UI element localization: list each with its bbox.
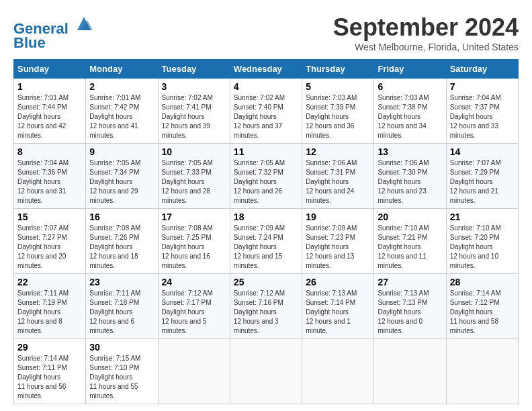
day-info: Sunrise: 7:14 AMSunset: 7:11 PMDaylight …	[17, 354, 82, 401]
day-number: 22	[17, 277, 82, 287]
day-number: 2	[89, 81, 154, 92]
table-row: 21Sunrise: 7:10 AMSunset: 7:20 PMDayligh…	[446, 209, 518, 274]
day-info: Sunrise: 7:02 AMSunset: 7:41 PMDaylight …	[162, 93, 226, 140]
table-row: 28Sunrise: 7:14 AMSunset: 7:12 PMDayligh…	[446, 274, 518, 339]
table-row: 22Sunrise: 7:11 AMSunset: 7:19 PMDayligh…	[14, 274, 86, 339]
day-number: 15	[17, 212, 82, 222]
day-number: 6	[378, 81, 442, 92]
day-info: Sunrise: 7:14 AMSunset: 7:12 PMDaylight …	[450, 289, 515, 336]
table-row: 4Sunrise: 7:02 AMSunset: 7:40 PMDaylight…	[230, 79, 302, 144]
day-info: Sunrise: 7:03 AMSunset: 7:39 PMDaylight …	[306, 93, 370, 140]
calendar-table: SundayMondayTuesdayWednesdayThursdayFrid…	[13, 59, 519, 404]
day-info: Sunrise: 7:05 AMSunset: 7:33 PMDaylight …	[162, 158, 226, 205]
day-header-sunday: Sunday	[14, 60, 86, 79]
day-number: 4	[234, 81, 298, 92]
day-info: Sunrise: 7:06 AMSunset: 7:30 PMDaylight …	[378, 158, 442, 205]
day-number: 16	[89, 212, 154, 222]
table-row: 13Sunrise: 7:06 AMSunset: 7:30 PMDayligh…	[374, 144, 446, 209]
day-number: 7	[450, 81, 515, 92]
table-row: 27Sunrise: 7:13 AMSunset: 7:13 PMDayligh…	[374, 274, 446, 339]
day-info: Sunrise: 7:08 AMSunset: 7:26 PMDaylight …	[89, 224, 154, 271]
table-row	[374, 339, 446, 404]
day-info: Sunrise: 7:13 AMSunset: 7:13 PMDaylight …	[378, 289, 442, 336]
table-row	[158, 339, 230, 404]
day-info: Sunrise: 7:03 AMSunset: 7:38 PMDaylight …	[378, 93, 442, 140]
table-row: 16Sunrise: 7:08 AMSunset: 7:26 PMDayligh…	[86, 209, 158, 274]
day-info: Sunrise: 7:09 AMSunset: 7:23 PMDaylight …	[306, 224, 370, 271]
day-info: Sunrise: 7:11 AMSunset: 7:19 PMDaylight …	[17, 289, 82, 336]
day-header-wednesday: Wednesday	[230, 60, 302, 79]
day-number: 11	[234, 146, 298, 157]
day-info: Sunrise: 7:10 AMSunset: 7:21 PMDaylight …	[378, 224, 442, 271]
day-number: 17	[162, 212, 226, 222]
location: West Melbourne, Florida, United States	[333, 42, 519, 52]
table-row: 18Sunrise: 7:09 AMSunset: 7:24 PMDayligh…	[230, 209, 302, 274]
day-header-tuesday: Tuesday	[158, 60, 230, 79]
logo-icon	[74, 13, 94, 34]
table-row: 15Sunrise: 7:07 AMSunset: 7:27 PMDayligh…	[14, 209, 86, 274]
day-info: Sunrise: 7:01 AMSunset: 7:42 PMDaylight …	[89, 93, 154, 140]
table-row: 10Sunrise: 7:05 AMSunset: 7:33 PMDayligh…	[158, 144, 230, 209]
page-header: General Blue September 2024 West Melbour…	[13, 13, 519, 52]
table-row: 12Sunrise: 7:06 AMSunset: 7:31 PMDayligh…	[302, 144, 374, 209]
day-number: 13	[378, 146, 442, 157]
day-info: Sunrise: 7:12 AMSunset: 7:17 PMDaylight …	[162, 289, 226, 336]
day-info: Sunrise: 7:04 AMSunset: 7:36 PMDaylight …	[17, 158, 82, 205]
table-row: 11Sunrise: 7:05 AMSunset: 7:32 PMDayligh…	[230, 144, 302, 209]
table-row: 25Sunrise: 7:12 AMSunset: 7:16 PMDayligh…	[230, 274, 302, 339]
day-number: 12	[306, 146, 370, 157]
day-info: Sunrise: 7:09 AMSunset: 7:24 PMDaylight …	[234, 224, 298, 271]
day-info: Sunrise: 7:01 AMSunset: 7:44 PMDaylight …	[17, 93, 82, 140]
day-number: 1	[17, 81, 82, 92]
table-row: 24Sunrise: 7:12 AMSunset: 7:17 PMDayligh…	[158, 274, 230, 339]
day-number: 3	[162, 81, 226, 92]
day-number: 10	[162, 146, 226, 157]
table-row: 17Sunrise: 7:08 AMSunset: 7:25 PMDayligh…	[158, 209, 230, 274]
table-row: 2Sunrise: 7:01 AMSunset: 7:42 PMDaylight…	[86, 79, 158, 144]
table-row: 14Sunrise: 7:07 AMSunset: 7:29 PMDayligh…	[446, 144, 518, 209]
day-number: 8	[17, 146, 82, 157]
day-number: 21	[450, 212, 515, 222]
day-info: Sunrise: 7:11 AMSunset: 7:18 PMDaylight …	[89, 289, 154, 336]
day-number: 30	[89, 342, 154, 353]
day-header-friday: Friday	[374, 60, 446, 79]
day-number: 26	[306, 277, 370, 287]
day-info: Sunrise: 7:04 AMSunset: 7:37 PMDaylight …	[450, 93, 515, 140]
day-info: Sunrise: 7:02 AMSunset: 7:40 PMDaylight …	[234, 93, 298, 140]
logo-text: General	[13, 13, 94, 37]
day-number: 25	[234, 277, 298, 287]
day-header-thursday: Thursday	[302, 60, 374, 79]
day-info: Sunrise: 7:07 AMSunset: 7:27 PMDaylight …	[17, 224, 82, 271]
day-number: 28	[450, 277, 515, 287]
day-info: Sunrise: 7:05 AMSunset: 7:32 PMDaylight …	[234, 158, 298, 205]
day-number: 9	[89, 146, 154, 157]
table-row: 7Sunrise: 7:04 AMSunset: 7:37 PMDaylight…	[446, 79, 518, 144]
day-info: Sunrise: 7:07 AMSunset: 7:29 PMDaylight …	[450, 158, 515, 205]
day-header-saturday: Saturday	[446, 60, 518, 79]
table-row: 26Sunrise: 7:13 AMSunset: 7:14 PMDayligh…	[302, 274, 374, 339]
table-row	[446, 339, 518, 404]
day-info: Sunrise: 7:10 AMSunset: 7:20 PMDaylight …	[450, 224, 515, 271]
month-title: September 2024	[333, 13, 519, 42]
table-row: 1Sunrise: 7:01 AMSunset: 7:44 PMDaylight…	[14, 79, 86, 144]
table-row: 9Sunrise: 7:05 AMSunset: 7:34 PMDaylight…	[86, 144, 158, 209]
table-row: 29Sunrise: 7:14 AMSunset: 7:11 PMDayligh…	[14, 339, 86, 404]
day-info: Sunrise: 7:13 AMSunset: 7:14 PMDaylight …	[306, 289, 370, 336]
table-row: 3Sunrise: 7:02 AMSunset: 7:41 PMDaylight…	[158, 79, 230, 144]
logo: General Blue	[13, 13, 94, 52]
table-row: 8Sunrise: 7:04 AMSunset: 7:36 PMDaylight…	[14, 144, 86, 209]
day-number: 23	[89, 277, 154, 287]
calendar-header: SundayMondayTuesdayWednesdayThursdayFrid…	[14, 60, 519, 79]
day-number: 20	[378, 212, 442, 222]
day-number: 29	[17, 342, 82, 353]
day-info: Sunrise: 7:15 AMSunset: 7:10 PMDaylight …	[89, 354, 154, 401]
table-row: 5Sunrise: 7:03 AMSunset: 7:39 PMDaylight…	[302, 79, 374, 144]
day-number: 5	[306, 81, 370, 92]
table-row	[302, 339, 374, 404]
day-info: Sunrise: 7:08 AMSunset: 7:25 PMDaylight …	[162, 224, 226, 271]
table-row: 23Sunrise: 7:11 AMSunset: 7:18 PMDayligh…	[86, 274, 158, 339]
table-row: 6Sunrise: 7:03 AMSunset: 7:38 PMDaylight…	[374, 79, 446, 144]
title-block: September 2024 West Melbourne, Florida, …	[333, 13, 519, 52]
day-number: 18	[234, 212, 298, 222]
table-row: 19Sunrise: 7:09 AMSunset: 7:23 PMDayligh…	[302, 209, 374, 274]
